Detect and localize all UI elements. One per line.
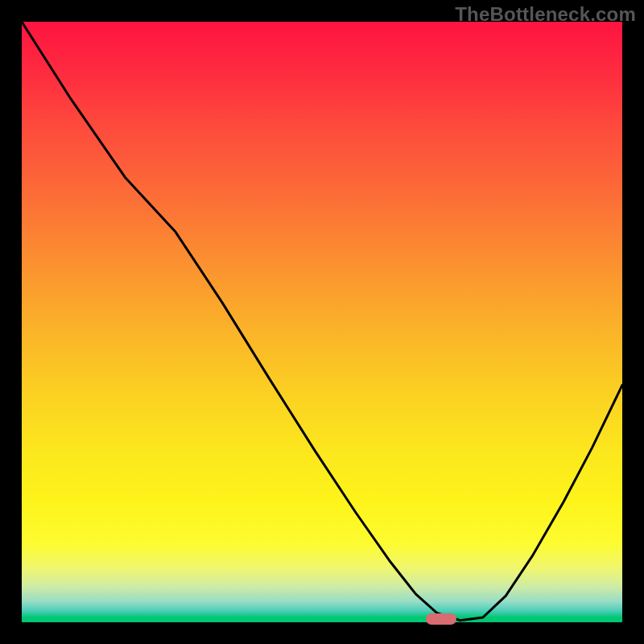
bottleneck-marker bbox=[426, 613, 456, 625]
watermark-text: TheBottleneck.com bbox=[455, 3, 636, 26]
chart-frame: TheBottleneck.com bbox=[0, 0, 644, 644]
line-curve bbox=[22, 22, 622, 622]
